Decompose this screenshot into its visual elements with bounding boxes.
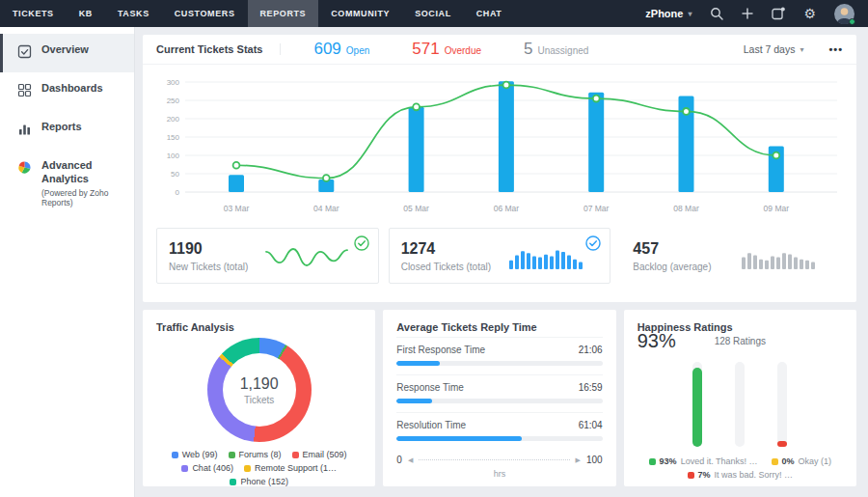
- summary-card-sparkline: [742, 244, 815, 269]
- reply-time-track: [396, 436, 602, 441]
- more-options-icon[interactable]: •••: [828, 43, 843, 55]
- add-icon[interactable]: [742, 8, 753, 19]
- online-status-dot: [849, 18, 855, 25]
- advanced-analytics-icon: [17, 160, 32, 179]
- sidebar-item-dashboards[interactable]: Dashboards: [0, 72, 134, 111]
- summary-card-text: 1274Closed Tickets (total): [401, 240, 491, 272]
- summary-card-backlog: 457Backlog (average): [620, 228, 843, 284]
- nav-item-community[interactable]: COMMUNITY: [318, 0, 402, 27]
- happiness-bar-fill: [777, 441, 787, 447]
- overview-icon: [17, 44, 32, 63]
- date-range-selector[interactable]: Last 7 days ▾: [744, 43, 804, 55]
- nav-item-kb[interactable]: KB: [67, 0, 105, 27]
- reply-time-fill: [396, 436, 522, 441]
- donut-total-value: 1,190: [240, 375, 279, 393]
- legend-percent: 0%: [782, 456, 795, 466]
- sidebar-item-sublabel: (Powered by Zoho Reports): [41, 188, 122, 208]
- happiness-bar-track: [692, 362, 702, 447]
- summary-card-label: Backlog (average): [633, 262, 711, 272]
- svg-text:150: 150: [167, 133, 180, 142]
- main-content: Current Tickets Stats 609Open571Overdue5…: [135, 27, 868, 497]
- svg-text:09 Mar: 09 Mar: [764, 204, 790, 213]
- happiness-bar-track: [735, 362, 745, 447]
- check-circle-icon: [585, 235, 601, 255]
- reply-time-rows: First Response Time21:06Response Time16:…: [396, 337, 602, 450]
- nav-item-chat[interactable]: CHAT: [464, 0, 515, 27]
- scale-max: 100: [586, 455, 603, 465]
- reports-icon: [17, 122, 32, 140]
- nav-item-tickets[interactable]: TICKETS: [0, 0, 67, 27]
- svg-text:100: 100: [167, 152, 180, 160]
- nav-item-tasks[interactable]: TASKS: [105, 0, 162, 27]
- stat-value: 5: [524, 40, 532, 59]
- stat-label: Overdue: [445, 45, 481, 56]
- nav-item-customers[interactable]: CUSTOMERS: [162, 0, 248, 27]
- traffic-donut-chart: 1,190 Tickets: [207, 338, 312, 442]
- panel-title: Current Tickets Stats: [156, 43, 281, 55]
- dashboards-icon: [17, 83, 32, 101]
- stat-overdue[interactable]: 571Overdue: [412, 40, 481, 59]
- search-icon[interactable]: [710, 7, 723, 20]
- stat-unassigned[interactable]: 5Unassigned: [524, 40, 588, 59]
- sidebar-item-label: Dashboards: [41, 82, 103, 96]
- reply-time-track: [396, 361, 602, 366]
- legend-item: Forums (8): [229, 450, 282, 459]
- sidebar-item-advanced-analytics[interactable]: Advanced Analytics(Powered by Zoho Repor…: [0, 150, 134, 218]
- svg-text:300: 300: [167, 78, 180, 87]
- settings-gear-icon[interactable]: ⚙: [803, 7, 816, 20]
- legend-item: 93%Loved it. Thanks! …: [649, 456, 758, 466]
- legend-color-dot: [181, 465, 188, 472]
- sidebar: OverviewDashboardsReportsAdvanced Analyt…: [0, 27, 135, 497]
- scale-min: 0: [396, 455, 402, 465]
- product-switcher[interactable]: zPhone ▾: [645, 8, 692, 19]
- stat-label: Unassigned: [538, 45, 589, 56]
- scale-unit-label: hrs: [396, 469, 602, 479]
- legend-item: 7%It was bad. Sorry! …: [688, 470, 794, 480]
- summary-card-value: 1190: [169, 240, 248, 258]
- summary-cards-row: 1190New Tickets (total)1274Closed Ticket…: [143, 223, 856, 284]
- happiness-score: 93%: [637, 330, 676, 352]
- feeds-icon[interactable]: [772, 7, 785, 20]
- scale-right-arrow-icon[interactable]: ▶: [576, 456, 581, 464]
- summary-card-value: 1274: [401, 240, 491, 258]
- legend-label: Phone (152): [240, 477, 288, 486]
- reply-time-row: First Response Time21:06: [396, 337, 602, 374]
- legend-item: 0%Okay (1): [772, 456, 832, 466]
- legend-text: Loved it. Thanks! …: [681, 456, 758, 466]
- scale-left-arrow-icon[interactable]: ◀: [408, 456, 413, 464]
- stat-open[interactable]: 609Open: [313, 40, 369, 59]
- happiness-legend: 93%Loved it. Thanks! …0%Okay (1)7%It was…: [637, 456, 843, 480]
- stat-value: 571: [412, 40, 439, 59]
- svg-text:250: 250: [167, 97, 180, 105]
- legend-label: Remote Support (1…: [255, 463, 337, 473]
- legend-color-dot: [688, 472, 694, 479]
- legend-item: Web (99): [172, 450, 218, 459]
- summary-card-text: 1190New Tickets (total): [169, 240, 248, 272]
- top-nav: TICKETSKBTASKSCUSTOMERSREPORTSCOMMUNITYS…: [0, 0, 868, 27]
- nav-item-social[interactable]: SOCIAL: [402, 0, 464, 27]
- legend-percent: 93%: [660, 456, 677, 466]
- nav-item-reports[interactable]: REPORTS: [248, 0, 319, 27]
- reply-time-label: Resolution Time: [396, 420, 466, 430]
- scale-dotted-line: [419, 459, 569, 460]
- tickets-stats-panel: Current Tickets Stats 609Open571Overdue5…: [143, 35, 856, 302]
- sidebar-item-reports[interactable]: Reports: [0, 111, 134, 150]
- traffic-legend: Web (99)Forums (8)Email (509)Chat (406)R…: [156, 450, 362, 486]
- legend-percent: 7%: [698, 470, 711, 480]
- reply-time-scale: 0 ◀ ▶ 100: [396, 455, 602, 465]
- summary-card-label: New Tickets (total): [169, 262, 248, 272]
- happiness-bars: [637, 362, 843, 447]
- legend-text: Okay (1): [799, 456, 832, 466]
- legend-item: Phone (152): [230, 477, 288, 486]
- summary-card-label: Closed Tickets (total): [401, 262, 491, 272]
- reply-time-value: 61:04: [579, 420, 603, 430]
- summary-card-sparkline: [262, 243, 351, 270]
- sidebar-item-label: Advanced Analytics(Powered by Zoho Repor…: [41, 159, 122, 208]
- sidebar-item-overview[interactable]: Overview: [0, 34, 134, 72]
- user-avatar[interactable]: [834, 4, 854, 24]
- sidebar-item-label: Reports: [41, 121, 82, 134]
- svg-text:200: 200: [167, 115, 180, 124]
- happiness-ratings-card: Happiness Ratings 93% 128 Ratings 93%Lov…: [624, 310, 856, 486]
- stats-row: 609Open571Overdue5Unassigned: [313, 40, 588, 59]
- summary-card-sparkline: [509, 244, 583, 269]
